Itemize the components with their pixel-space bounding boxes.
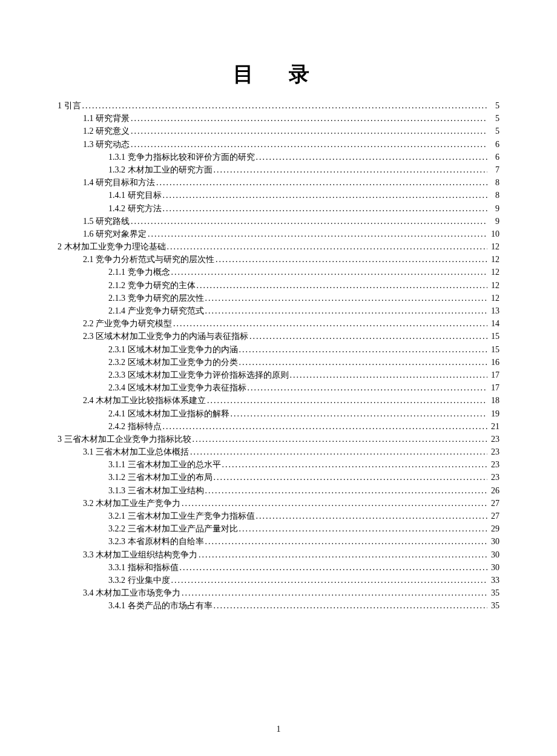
toc-entry-page: 8 — [489, 191, 499, 200]
toc-entry-label: 3.1.3 三省木材加工业结构 — [108, 487, 204, 495]
toc-entry[interactable]: 3.1.3 三省木材加工业结构26 — [58, 487, 499, 495]
toc-entry[interactable]: 2.4.2 指标特点21 — [58, 422, 499, 431]
toc-leader-dots — [222, 461, 488, 469]
toc-entry[interactable]: 1.1 研究背景5 — [58, 114, 499, 123]
toc-leader-dots — [205, 537, 488, 546]
toc-entry[interactable]: 3.2 木材加工业生产竞争力27 — [58, 499, 499, 508]
toc-entry[interactable]: 2.3 区域木材加工业竞争力的内涵与表征指标15 — [58, 332, 499, 341]
toc-leader-dots — [182, 589, 487, 597]
toc-entry-page: 30 — [489, 551, 499, 559]
toc-entry[interactable]: 3.1 三省木材加工业总体概括23 — [58, 448, 499, 456]
toc-entry-label: 3.3.2 行业集中度 — [108, 576, 170, 585]
toc-leader-dots — [131, 114, 487, 123]
toc-leader-dots — [205, 487, 488, 495]
toc-entry-label: 3.2.2 三省木材加工业产品产量对比 — [108, 525, 238, 533]
toc-entry-page: 23 — [489, 461, 499, 469]
toc-leader-dots — [131, 217, 487, 226]
toc-entry-label: 2.3.2 区域木材加工业竞争力的分类 — [108, 358, 238, 367]
toc-entry[interactable]: 3.2.3 本省原材料的自给率30 — [58, 537, 499, 546]
toc-entry[interactable]: 1.3.2 木材加工业的研究方面7 — [58, 166, 499, 174]
toc-entry[interactable]: 2.2 产业竞争力研究模型14 — [58, 320, 499, 328]
toc-entry[interactable]: 3.1.1 三省木材加工业的总水平23 — [58, 461, 499, 469]
toc-entry[interactable]: 2.3.2 区域木材加工业竞争力的分类16 — [58, 358, 499, 367]
toc-entry[interactable]: 1.4.1 研究目标8 — [58, 191, 499, 200]
toc-entry-label: 1.5 研究路线 — [83, 217, 130, 226]
toc-entry-label: 3.3 木材加工业组织结构竞争力 — [83, 551, 197, 559]
toc-entry[interactable]: 1.3 研究动态6 — [58, 140, 499, 149]
toc-entry[interactable]: 3 三省木材加工企业竞争力指标比较23 — [58, 435, 499, 444]
toc-entry[interactable]: 3.3.1 指标和指标值30 — [58, 564, 499, 572]
page-title: 目 录 — [58, 61, 499, 88]
toc-entry-label: 1.6 研究对象界定 — [83, 230, 147, 238]
toc-entry-label: 3.4 木材加工业市场竞争力 — [83, 589, 180, 597]
toc-entry-label: 2 木材加工业竞争力理论基础 — [58, 243, 166, 251]
toc-leader-dots — [82, 102, 488, 110]
toc-entry-page: 27 — [489, 512, 499, 521]
toc-entry-label: 3.1.2 三省木材加工业的布局 — [108, 473, 213, 482]
toc-entry[interactable]: 1 引言5 — [58, 102, 499, 110]
toc-entry[interactable]: 2.1.4 产业竞争力研究范式13 — [58, 307, 499, 315]
toc-leader-dots — [163, 205, 488, 213]
toc-entry-page: 8 — [489, 179, 499, 187]
toc-entry[interactable]: 1.4.2 研究方法9 — [58, 205, 499, 213]
toc-leader-dots — [131, 140, 487, 149]
toc-entry-label: 1.3 研究动态 — [83, 140, 130, 149]
toc-entry-label: 2.4 木材加工业比较指标体系建立 — [83, 396, 206, 405]
toc-entry-page: 10 — [489, 230, 499, 238]
toc-leader-dots — [180, 564, 488, 572]
toc-entry[interactable]: 2.4.1 区域木材加工业指标的解释19 — [58, 410, 499, 418]
toc-entry-page: 12 — [489, 255, 499, 264]
toc-entry-page: 30 — [489, 564, 499, 572]
toc-entry[interactable]: 3.4.1 各类产品的市场占有率35 — [58, 602, 499, 610]
toc-leader-dots — [214, 602, 488, 610]
toc-entry[interactable]: 3.2.1 三省木材加工业生产竞争力指标值27 — [58, 512, 499, 521]
toc-entry[interactable]: 2.1.1 竞争力概念12 — [58, 268, 499, 277]
toc-entry-label: 2.4.2 指标特点 — [108, 422, 162, 431]
toc-entry[interactable]: 2.3.4 区域木材加工业竞争力表征指标17 — [58, 384, 499, 392]
toc-entry[interactable]: 2.1.2 竞争力研究的主体12 — [58, 281, 499, 290]
toc-entry[interactable]: 2.4 木材加工业比较指标体系建立18 — [58, 396, 499, 405]
toc-entry-label: 3 三省木材加工企业竞争力指标比较 — [58, 435, 191, 444]
toc-entry[interactable]: 3.3 木材加工业组织结构竞争力30 — [58, 551, 499, 559]
toc-entry[interactable]: 3.4 木材加工业市场竞争力35 — [58, 589, 499, 597]
toc-entry-label: 3.2 木材加工业生产竞争力 — [83, 499, 180, 508]
toc-entry[interactable]: 1.2 研究意义5 — [58, 127, 499, 136]
toc-leader-dots — [239, 525, 488, 533]
toc-entry-label: 2.1.3 竞争力研究的层次性 — [108, 294, 204, 303]
toc-entry[interactable]: 1.4 研究目标和方法8 — [58, 179, 499, 187]
toc-entry-page: 23 — [489, 435, 499, 444]
toc-leader-dots — [148, 230, 487, 238]
toc-entry[interactable]: 2.1 竞争力分析范式与研究的层次性12 — [58, 255, 499, 264]
toc-entry-label: 1.4.2 研究方法 — [108, 205, 162, 213]
toc-entry-label: 1.3.2 木材加工业的研究方面 — [108, 166, 213, 174]
toc-leader-dots — [190, 448, 487, 456]
toc-entry[interactable]: 1.3.1 竞争力指标比较和评价方面的研究6 — [58, 153, 499, 162]
toc-entry-page: 26 — [489, 487, 499, 495]
toc-entry[interactable]: 3.3.2 行业集中度33 — [58, 576, 499, 585]
toc-entry-label: 3.1.1 三省木材加工业的总水平 — [108, 461, 221, 469]
toc-entry-page: 7 — [489, 166, 499, 174]
toc-entry-page: 14 — [489, 320, 499, 328]
toc-entry-page: 35 — [489, 589, 499, 597]
toc-leader-dots — [171, 576, 488, 585]
toc-entry-page: 23 — [489, 448, 499, 456]
toc-entry-page: 12 — [489, 268, 499, 277]
toc-entry-page: 5 — [489, 127, 499, 136]
toc-leader-dots — [156, 179, 487, 187]
toc-entry[interactable]: 2 木材加工业竞争力理论基础12 — [58, 243, 499, 251]
table-of-contents: 1 引言51.1 研究背景51.2 研究意义51.3 研究动态61.3.1 竞争… — [58, 102, 499, 610]
toc-entry-label: 2.1.1 竞争力概念 — [108, 268, 170, 277]
toc-leader-dots — [197, 281, 488, 290]
toc-leader-dots — [182, 499, 487, 508]
toc-entry[interactable]: 3.2.2 三省木材加工业产品产量对比29 — [58, 525, 499, 533]
toc-entry-page: 18 — [489, 396, 499, 405]
toc-entry[interactable]: 2.3.3 区域木材加工业竞争力评价指标选择的原则17 — [58, 371, 499, 380]
toc-entry[interactable]: 1.6 研究对象界定10 — [58, 230, 499, 238]
toc-entry[interactable]: 2.3.1 区域木材加工业竞争力的内涵15 — [58, 346, 499, 354]
toc-entry-page: 15 — [489, 346, 499, 354]
toc-leader-dots — [239, 358, 488, 367]
toc-entry[interactable]: 3.1.2 三省木材加工业的布局23 — [58, 473, 499, 482]
toc-entry[interactable]: 2.1.3 竞争力研究的层次性12 — [58, 294, 499, 303]
toc-entry-label: 1.4 研究目标和方法 — [83, 179, 155, 187]
toc-entry[interactable]: 1.5 研究路线9 — [58, 217, 499, 226]
